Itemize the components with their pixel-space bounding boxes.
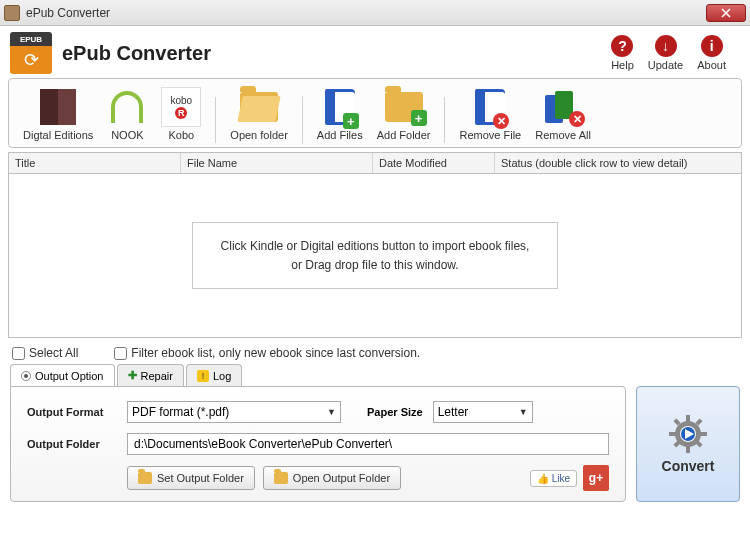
- nook-button[interactable]: NOOK: [101, 85, 153, 143]
- app-title: ePub Converter: [62, 42, 211, 65]
- titlebar-app-icon: [4, 5, 20, 21]
- paper-size-select[interactable]: Letter▼: [433, 401, 533, 423]
- help-icon: ?: [611, 35, 633, 57]
- plus-icon: ✚: [128, 369, 137, 382]
- option-tabs: Output Option ✚Repair !Log: [10, 364, 740, 386]
- separator: [302, 97, 303, 143]
- digital-editions-button[interactable]: Digtal Editions: [17, 85, 99, 143]
- tab-repair[interactable]: ✚Repair: [117, 364, 184, 386]
- convert-button[interactable]: Convert: [636, 386, 740, 502]
- chevron-down-icon: ▼: [519, 407, 528, 417]
- output-format-label: Output Format: [27, 406, 127, 418]
- add-folder-button[interactable]: + Add Folder: [371, 85, 437, 143]
- col-status[interactable]: Status (double click row to view detail): [495, 153, 741, 173]
- svg-rect-2: [686, 445, 690, 453]
- remove-badge-icon: ✕: [569, 111, 585, 127]
- separator: [215, 97, 216, 143]
- remove-all-button[interactable]: ✕ Remove All: [529, 85, 597, 143]
- download-icon: ↓: [655, 35, 677, 57]
- svg-rect-4: [699, 432, 707, 436]
- tab-log[interactable]: !Log: [186, 364, 242, 386]
- drop-hint: Click Kindle or Digital editions button …: [192, 222, 559, 289]
- output-format-select[interactable]: PDF format (*.pdf)▼: [127, 401, 341, 423]
- add-files-button[interactable]: + Add Files: [311, 85, 369, 143]
- main-toolbar: Digtal Editions NOOK koboR Kobo Open fol…: [8, 78, 742, 148]
- tab-output-option[interactable]: Output Option: [10, 364, 115, 386]
- facebook-like-button[interactable]: 👍Like: [530, 470, 577, 487]
- close-button[interactable]: [706, 4, 746, 22]
- warning-icon: !: [197, 370, 209, 382]
- thumbs-up-icon: 👍: [537, 473, 549, 484]
- kobo-icon: koboR: [161, 87, 201, 127]
- plus-badge-icon: +: [343, 113, 359, 129]
- svg-rect-3: [669, 432, 677, 436]
- radio-icon: [21, 371, 31, 381]
- app-header: EPUB ⟳ ePub Converter ? Help ↓ Update i …: [0, 26, 750, 78]
- window-title: ePub Converter: [26, 6, 706, 20]
- col-modified[interactable]: Date Modified: [373, 153, 495, 173]
- paper-size-label: Paper Size: [367, 406, 423, 418]
- open-folder-button[interactable]: Open folder: [224, 85, 293, 143]
- svg-rect-1: [686, 415, 690, 423]
- help-link[interactable]: ? Help: [611, 35, 634, 71]
- kobo-button[interactable]: koboR Kobo: [155, 85, 207, 143]
- folder-icon: [138, 472, 152, 484]
- filter-checkbox[interactable]: Filter ebook list, only new ebook since …: [114, 346, 420, 360]
- chevron-down-icon: ▼: [327, 407, 336, 417]
- output-folder-field[interactable]: d:\Documents\eBook Converter\ePub Conver…: [127, 433, 609, 455]
- file-list[interactable]: Click Kindle or Digital editions button …: [8, 174, 742, 338]
- about-link[interactable]: i About: [697, 35, 726, 71]
- list-options: Select All Filter ebook list, only new e…: [0, 338, 750, 364]
- remove-badge-icon: ✕: [493, 113, 509, 129]
- open-folder-icon: [240, 92, 278, 122]
- separator: [444, 97, 445, 143]
- titlebar: ePub Converter: [0, 0, 750, 26]
- output-panel: Output Format PDF format (*.pdf)▼ Paper …: [10, 386, 626, 502]
- plus-badge-icon: +: [411, 110, 427, 126]
- col-title[interactable]: Title: [9, 153, 181, 173]
- app-logo: EPUB ⟳: [10, 32, 52, 74]
- set-output-folder-button[interactable]: Set Output Folder: [127, 466, 255, 490]
- info-icon: i: [701, 35, 723, 57]
- gear-play-icon: [668, 414, 708, 454]
- digital-editions-icon: [40, 89, 76, 125]
- output-folder-label: Output Folder: [27, 438, 127, 450]
- google-plus-button[interactable]: g+: [583, 465, 609, 491]
- col-filename[interactable]: File Name: [181, 153, 373, 173]
- open-output-folder-button[interactable]: Open Output Folder: [263, 466, 401, 490]
- remove-file-button[interactable]: ✕ Remove File: [453, 85, 527, 143]
- list-header: Title File Name Date Modified Status (do…: [8, 152, 742, 174]
- update-link[interactable]: ↓ Update: [648, 35, 683, 71]
- folder-icon: [274, 472, 288, 484]
- select-all-checkbox[interactable]: Select All: [12, 346, 78, 360]
- nook-icon: [111, 91, 143, 123]
